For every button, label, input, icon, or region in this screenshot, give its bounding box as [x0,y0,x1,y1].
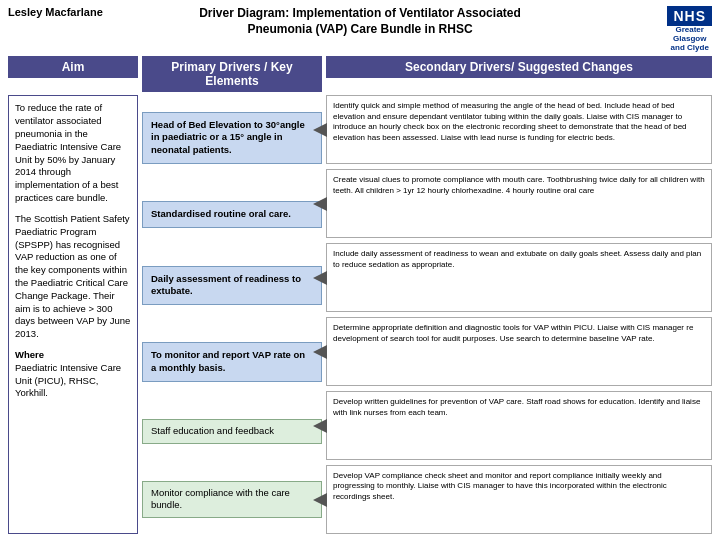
secondary-driver-1: Identify quick and simple method of meas… [326,95,712,164]
arrow-icon-1 [313,123,327,137]
page-header: Lesley Macfarlane Driver Diagram: Implem… [8,6,712,52]
arrow-icon-3 [313,271,327,285]
primary-drivers-column: Head of Bed Elevation to 30°angle in pae… [142,95,322,534]
primary-driver-6: Monitor compliance with the care bundle. [142,481,322,518]
author-label: Lesley Macfarlane [8,6,103,18]
secondary-driver-6: Develop VAP compliance check sheet and m… [326,465,712,534]
aim-text-3: Where Paediatric Intensive Care Unit (PI… [15,349,131,400]
aim-content: To reduce the rate of ventilator associa… [8,95,138,534]
aim-text-1: To reduce the rate of ventilator associa… [15,102,131,205]
primary-driver-4: To monitor and report VAP rate on a mont… [142,342,322,382]
page-title: Driver Diagram: Implementation of Ventil… [108,6,612,37]
secondary-drivers-column: Identify quick and simple method of meas… [326,95,712,534]
arrow-icon-2 [313,197,327,211]
secondary-column-header-spacer: Secondary Drivers/ Suggested Changes [326,56,712,92]
author-name: Lesley Macfarlane [8,6,108,18]
aim-column-header: Aim [8,56,138,78]
nhs-subtitle: GreaterGlasgowand Clyde [671,26,709,52]
arrow-icon-6 [313,493,327,507]
nhs-logo: NHS GreaterGlasgowand Clyde [667,6,712,52]
aim-column-header-spacer: Aim [8,56,138,92]
nhs-logo-area: NHS GreaterGlasgowand Clyde [612,6,712,52]
primary-driver-1: Head of Bed Elevation to 30°angle in pae… [142,112,322,164]
primary-driver-2: Standardised routine oral care. [142,201,322,228]
title-block: Driver Diagram: Implementation of Ventil… [108,6,612,37]
primary-column-header-spacer: Primary Drivers / Key Elements [142,56,322,92]
secondary-column-header: Secondary Drivers/ Suggested Changes [326,56,712,78]
secondary-driver-2: Create visual clues to promote complianc… [326,169,712,238]
primary-driver-3: Daily assessment of readiness to extubat… [142,266,322,306]
primary-driver-5: Staff education and feedback [142,419,322,443]
arrow-icon-5 [313,419,327,433]
nhs-badge: NHS [667,6,712,26]
secondary-driver-4: Determine appropriate definition and dia… [326,317,712,386]
arrow-icon-4 [313,345,327,359]
aim-text-2: The Scottish Patient Safety Paediatric P… [15,213,131,341]
secondary-driver-3: Include daily assessment of readiness to… [326,243,712,312]
secondary-driver-5: Develop written guidelines for preventio… [326,391,712,460]
primary-column-header: Primary Drivers / Key Elements [142,56,322,92]
